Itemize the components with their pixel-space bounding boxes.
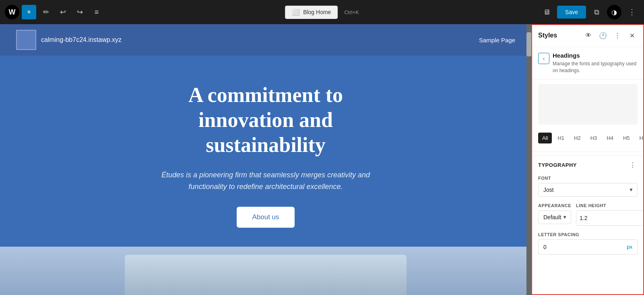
toolbar-left: W + ✏ ↩ ↪ ≡ xyxy=(5,5,104,19)
tab-h3[interactable]: H3 xyxy=(586,133,601,143)
appearance-field: APPEARANCE Default ▼ xyxy=(538,203,571,226)
hero-title: A commitment to innovation and sustainab… xyxy=(145,83,386,158)
toolbar: W + ✏ ↩ ↪ ≡ ⬜ Blog Home Ctrl+K 🖥 Save xyxy=(0,0,644,24)
typography-section: Typography ⋮ FONT Jost ▼ APPEARANCE xyxy=(532,155,644,295)
undo-icon: ↩ xyxy=(60,8,66,17)
main-layout: calming-bb7c24.instawp.xyz Sample Page A… xyxy=(0,24,644,295)
tab-h5[interactable]: H5 xyxy=(619,133,634,143)
letter-spacing-label: LETTER SPACING xyxy=(538,232,638,237)
appearance-select-wrap: Default ▼ xyxy=(538,210,571,224)
more-icon: ⋮ xyxy=(628,8,636,17)
site-logo xyxy=(16,30,36,50)
list-view-button[interactable]: ≡ xyxy=(89,5,104,19)
monitor-icon: 🖥 xyxy=(543,8,550,17)
tab-h1[interactable]: H1 xyxy=(553,133,568,143)
tab-h2[interactable]: H2 xyxy=(570,133,585,143)
letter-spacing-value: 0 xyxy=(543,244,627,250)
save-button[interactable]: Save xyxy=(557,6,586,19)
hero-subtitle: Études is a pioneering firm that seamles… xyxy=(153,169,378,193)
tab-h6[interactable]: H6 xyxy=(636,133,644,143)
site-url: calming-bb7c24.instawp.xyz xyxy=(41,36,122,44)
headings-description: Manage the fonts and typography used on … xyxy=(553,60,638,74)
letter-spacing-field: LETTER SPACING 0 px xyxy=(538,232,638,255)
tab-h4[interactable]: H4 xyxy=(603,133,617,143)
typography-menu-button[interactable]: ⋮ xyxy=(628,160,638,170)
canvas-scrollbar[interactable] xyxy=(526,24,531,295)
redo-icon: ↪ xyxy=(77,8,83,17)
panel-header: Styles 👁 🕐 ⋮ ✕ xyxy=(532,24,644,47)
letter-spacing-wrap: 0 px xyxy=(538,239,638,255)
font-label: FONT xyxy=(538,176,638,181)
back-arrow-icon: ‹ xyxy=(543,55,545,62)
heading-tabs: All H1 H2 H3 H4 H5 H6 xyxy=(538,133,638,143)
bottom-section xyxy=(0,247,531,295)
appearance-label: APPEARANCE xyxy=(538,203,571,208)
website-preview: calming-bb7c24.instawp.xyz Sample Page A… xyxy=(0,24,531,295)
styles-panel: Styles 👁 🕐 ⋮ ✕ ‹ He xyxy=(531,24,644,295)
history-button[interactable]: 🕐 xyxy=(597,30,609,41)
line-height-stepper: + − xyxy=(576,210,644,226)
wp-logo-text: W xyxy=(9,8,16,17)
clock-icon: 🕐 xyxy=(599,32,607,39)
typography-more-icon: ⋮ xyxy=(630,161,636,169)
divider xyxy=(532,152,644,152)
eye-icon: 👁 xyxy=(585,32,592,39)
line-height-input[interactable] xyxy=(576,212,644,224)
hero-section: A commitment to innovation and sustainab… xyxy=(0,56,531,247)
preview-icon-button[interactable]: 👁 xyxy=(583,30,594,41)
redo-button[interactable]: ↪ xyxy=(72,5,87,19)
panel-header-right: 👁 🕐 ⋮ ✕ xyxy=(583,30,638,41)
toolbar-right: 🖥 Save ⧉ ◑ ⋮ xyxy=(539,5,639,19)
shortcut-text: Ctrl+K xyxy=(344,9,359,15)
theme-toggle-icon: ◑ xyxy=(611,8,617,16)
close-icon: ✕ xyxy=(630,32,635,39)
panel-more-button[interactable]: ⋮ xyxy=(612,30,623,41)
site-logo-area: calming-bb7c24.instawp.xyz xyxy=(16,30,122,50)
headings-title: Headings xyxy=(553,52,638,59)
font-select-wrap: Jost ▼ xyxy=(538,183,638,197)
headings-info: Headings Manage the fonts and typography… xyxy=(553,52,638,74)
undo-button[interactable]: ↩ xyxy=(56,5,70,19)
line-height-field: LINE HEIGHT + − xyxy=(576,203,644,226)
font-select[interactable]: Jost xyxy=(538,183,638,197)
headings-preview xyxy=(538,84,638,125)
line-height-label: LINE HEIGHT xyxy=(576,203,644,208)
add-icon: + xyxy=(27,8,31,17)
about-us-button[interactable]: About us xyxy=(237,207,294,228)
headings-section: ‹ Headings Manage the fonts and typograp… xyxy=(532,47,644,79)
pencil-icon: ✏ xyxy=(43,8,49,17)
layout-icon: ⧉ xyxy=(594,8,599,17)
appearance-lineheight-row: APPEARANCE Default ▼ LINE HEIGHT + − xyxy=(538,203,638,226)
sample-page-link[interactable]: Sample Page xyxy=(479,37,515,44)
panel-title: Styles xyxy=(538,32,557,39)
blog-home-button[interactable]: ⬜ Blog Home xyxy=(285,6,338,19)
about-us-label: About us xyxy=(252,213,279,221)
typography-label: Typography xyxy=(538,162,577,168)
building-image xyxy=(125,255,407,295)
theme-toggle-button[interactable]: ◑ xyxy=(607,5,621,19)
font-field: FONT Jost ▼ xyxy=(538,176,638,197)
scrollbar-thumb[interactable] xyxy=(526,32,531,56)
edit-button[interactable]: ✏ xyxy=(39,5,53,19)
panel-more-icon: ⋮ xyxy=(614,32,621,39)
more-options-button[interactable]: ⋮ xyxy=(625,5,639,19)
panel-close-button[interactable]: ✕ xyxy=(626,30,638,41)
add-block-button[interactable]: + xyxy=(22,5,36,19)
layout-button[interactable]: ⧉ xyxy=(589,5,604,19)
back-button[interactable]: ‹ xyxy=(538,53,549,64)
letter-spacing-unit: px xyxy=(627,244,632,250)
canvas-area: calming-bb7c24.instawp.xyz Sample Page A… xyxy=(0,24,531,295)
site-nav: calming-bb7c24.instawp.xyz Sample Page xyxy=(0,24,531,56)
page-icon: ⬜ xyxy=(292,8,300,16)
desktop-view-button[interactable]: 🖥 xyxy=(539,5,554,19)
blog-home-label: Blog Home xyxy=(303,9,331,15)
list-icon: ≡ xyxy=(95,8,99,17)
section-header: Typography ⋮ xyxy=(538,160,638,170)
wp-logo[interactable]: W xyxy=(5,5,19,19)
toolbar-center: ⬜ Blog Home Ctrl+K xyxy=(285,6,359,19)
tab-all[interactable]: All xyxy=(538,133,552,143)
appearance-select[interactable]: Default xyxy=(538,210,571,224)
save-label: Save xyxy=(565,9,578,15)
